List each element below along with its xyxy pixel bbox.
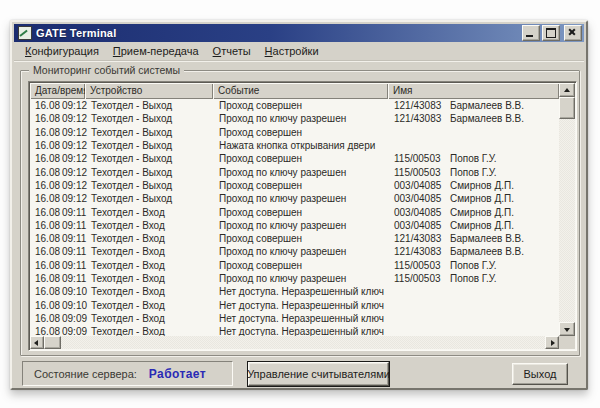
cell-name: 115/00503Попов Г.У. (388, 153, 497, 164)
date-value: 16.08 (35, 286, 62, 297)
menu-item-configuration[interactable]: Конфигурация (18, 43, 106, 59)
menu-item-reports[interactable]: Отчеты (206, 43, 258, 59)
table-row[interactable]: 16.0809:10Техотдел - ВходНет доступа. Не… (30, 285, 559, 298)
cell-event: Нет доступа. Неразрешенный ключ (213, 313, 388, 324)
title-bar[interactable]: GATE Terminal (14, 24, 584, 42)
cell-event: Проход по ключу разрешен (213, 246, 388, 257)
table-row[interactable]: 16.0809:11Техотдел - ВходПроход по ключу… (30, 219, 559, 232)
scroll-left-button[interactable] (30, 336, 44, 349)
cell-device: Техотдел - Выход (85, 113, 213, 124)
cell-event: Проход по ключу разрешен (213, 220, 388, 231)
column-header-2[interactable]: Событие (213, 83, 388, 99)
person-name: Бармалеев В.В. (450, 233, 524, 244)
cell-date: 16.0809:12 (30, 113, 85, 124)
cell-event: Нет доступа. Неразрешенный ключ (213, 300, 388, 311)
table-row[interactable]: 16.0809:09Техотдел - ВходНет доступа. Не… (30, 325, 559, 336)
table-row[interactable]: 16.0809:12Техотдел - ВыходНажата кнопка … (30, 139, 559, 152)
exit-button[interactable]: Выход (512, 363, 568, 385)
h-scrollbar[interactable] (30, 336, 559, 349)
cell-device: Техотдел - Выход (85, 100, 213, 111)
menu-item-hotkey-letter: О (213, 45, 222, 57)
table-row[interactable]: 16.0809:12Техотдел - ВыходПроход соверше… (30, 126, 559, 139)
v-scrollbar[interactable] (559, 83, 575, 336)
menu-item-hotkey-letter: Н (265, 45, 273, 57)
table-row[interactable]: 16.0809:11Техотдел - ВходПроход совершен… (30, 205, 559, 218)
table-row[interactable]: 16.0809:11Техотдел - ВходПроход совершен… (30, 259, 559, 272)
key-code: 115/00503 (394, 153, 450, 164)
window-controls (522, 25, 582, 41)
h-scroll-thumb[interactable] (44, 336, 61, 349)
table-row[interactable]: 16.0809:12Техотдел - ВыходПроход по ключ… (30, 192, 559, 205)
date-value: 16.08 (35, 140, 62, 151)
column-header-3[interactable]: Имя (388, 83, 559, 99)
cell-name: 003/04085Смирнов Д.П. (388, 180, 514, 191)
column-header-0[interactable]: Дата/время (30, 83, 85, 99)
time-value: 09:11 (62, 233, 86, 244)
time-value: 09:11 (62, 260, 86, 271)
scroll-down-button[interactable] (559, 322, 575, 336)
maximize-icon (546, 28, 556, 38)
scroll-up-button[interactable] (559, 83, 575, 97)
cell-name: 003/04085Смирнов Д.П. (388, 220, 514, 231)
key-code: 121/43083 (394, 113, 450, 124)
table-header: Дата/времяУстройствоСобытиеИмя (30, 83, 559, 99)
table-row[interactable]: 16.0809:11Техотдел - ВходПроход по ключу… (30, 245, 559, 258)
scroll-right-icon (551, 340, 555, 346)
person-name: Смирнов Д.П. (450, 180, 514, 191)
window-title: GATE Terminal (36, 27, 522, 39)
date-value: 16.08 (35, 313, 62, 324)
date-value: 16.08 (35, 300, 62, 311)
date-value: 16.08 (35, 220, 62, 231)
table-row[interactable]: 16.0809:11Техотдел - ВходПроход совершен… (30, 232, 559, 245)
table-row[interactable]: 16.0809:12Техотдел - ВыходПроход соверше… (30, 99, 559, 112)
readers-button[interactable]: Управление считывателями (248, 362, 389, 386)
table-row[interactable]: 16.0809:12Техотдел - ВыходПроход по ключ… (30, 112, 559, 125)
maximize-button[interactable] (542, 25, 560, 41)
menu-item-settings[interactable]: Настройки (258, 43, 326, 59)
cell-event: Проход по ключу разрешен (213, 273, 388, 284)
date-value: 16.08 (35, 167, 62, 178)
cell-date: 16.0809:10 (30, 300, 85, 311)
cell-device: Техотдел - Вход (85, 260, 213, 271)
date-value: 16.08 (35, 326, 62, 336)
date-value: 16.08 (35, 153, 62, 164)
key-code: 003/04085 (394, 220, 450, 231)
person-name: Попов Г.У. (450, 167, 497, 178)
column-header-1[interactable]: Устройство (85, 83, 213, 99)
cell-device: Техотдел - Вход (85, 313, 213, 324)
cell-device: Техотдел - Вход (85, 326, 213, 336)
cell-device: Техотдел - Вход (85, 246, 213, 257)
table-row[interactable]: 16.0809:12Техотдел - ВыходПроход по ключ… (30, 165, 559, 178)
menu-item-transfer[interactable]: Прием-передача (106, 43, 206, 59)
server-status-value: Работает (149, 367, 206, 381)
cell-device: Техотдел - Выход (85, 127, 213, 138)
cell-device: Техотдел - Вход (85, 273, 213, 284)
cell-date: 16.0809:12 (30, 180, 85, 191)
key-code: 003/04085 (394, 193, 450, 204)
cell-device: Техотдел - Выход (85, 193, 213, 204)
close-button[interactable] (564, 25, 582, 41)
table-row[interactable]: 16.0809:10Техотдел - ВходНет доступа. Не… (30, 298, 559, 311)
h-scroll-track[interactable] (61, 336, 545, 349)
table-row[interactable]: 16.0809:12Техотдел - ВыходПроход соверше… (30, 152, 559, 165)
key-code: 121/43083 (394, 246, 450, 257)
time-value: 09:09 (62, 326, 87, 336)
cell-event: Проход совершен (213, 233, 388, 244)
cell-name: 121/43083Бармалеев В.В. (388, 233, 524, 244)
cell-name: 115/00503Попов Г.У. (388, 260, 497, 271)
date-value: 16.08 (35, 260, 62, 271)
date-value: 16.08 (35, 127, 62, 138)
cell-event: Проход совершен (213, 100, 388, 111)
table-row[interactable]: 16.0809:12Техотдел - ВыходПроход соверше… (30, 179, 559, 192)
table-row[interactable]: 16.0809:11Техотдел - ВходПроход по ключу… (30, 272, 559, 285)
cell-name: 003/04085Смирнов Д.П. (388, 193, 514, 204)
v-scroll-thumb[interactable] (559, 97, 575, 119)
menu-item-hotkey-letter: П (113, 45, 121, 57)
cell-name: 121/43083Бармалеев В.В. (388, 100, 524, 111)
table-row[interactable]: 16.0809:09Техотдел - ВходНет доступа. Не… (30, 312, 559, 325)
cell-event: Проход совершен (213, 127, 388, 138)
v-scroll-track[interactable] (559, 119, 575, 322)
minimize-button[interactable] (522, 25, 540, 41)
scroll-right-button[interactable] (545, 336, 559, 349)
cell-name: 115/00503Попов Г.У. (388, 167, 497, 178)
